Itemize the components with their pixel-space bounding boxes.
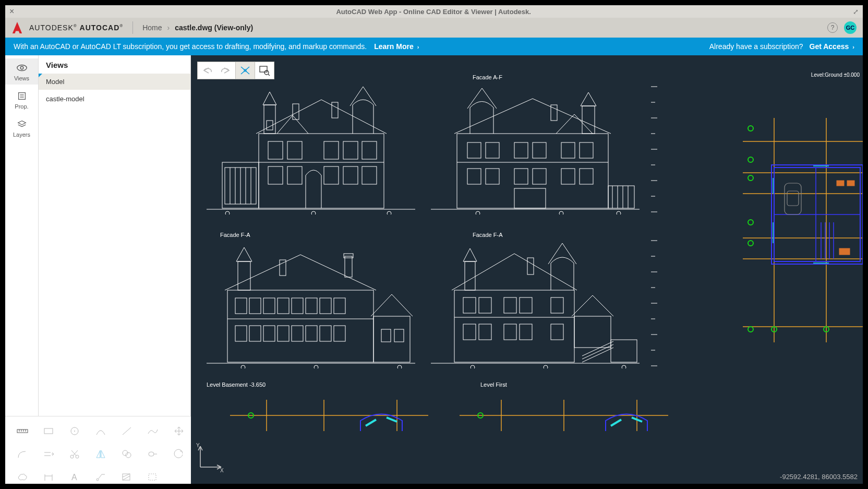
view-item[interactable]: castle-model bbox=[46, 95, 183, 103]
svg-rect-116 bbox=[334, 326, 345, 341]
trim-tool[interactable] bbox=[63, 444, 87, 464]
label-facade-fa-right: Facade F-A bbox=[473, 232, 502, 238]
svg-rect-50 bbox=[264, 105, 275, 134]
svg-rect-53 bbox=[332, 102, 338, 118]
hatch-tool[interactable] bbox=[115, 467, 139, 487]
redo-button[interactable] bbox=[216, 62, 235, 79]
app-header: AUTODESK® AUTOCAD® Home › castle.dwg (Vi… bbox=[5, 18, 863, 38]
chevron-right-icon: › bbox=[167, 23, 170, 32]
undo-button[interactable] bbox=[198, 62, 216, 79]
breadcrumb-home[interactable]: Home bbox=[142, 23, 162, 32]
svg-rect-126 bbox=[527, 258, 534, 275]
svg-rect-74 bbox=[486, 142, 499, 158]
svg-rect-59 bbox=[268, 166, 283, 184]
circle-tool[interactable] bbox=[63, 421, 87, 442]
svg-point-65 bbox=[225, 211, 230, 214]
svg-rect-133 bbox=[463, 324, 476, 340]
drawing-canvas[interactable]: Facade A-F Facade F-A Facade F-A Level B… bbox=[191, 55, 863, 484]
panel-title: Views bbox=[39, 55, 190, 74]
svg-rect-57 bbox=[343, 141, 358, 159]
svg-text:X: X bbox=[220, 468, 224, 473]
svg-rect-77 bbox=[561, 142, 575, 158]
svg-rect-54 bbox=[268, 141, 283, 159]
svg-point-172 bbox=[748, 220, 753, 225]
dim-tool[interactable] bbox=[37, 467, 61, 487]
expand-icon[interactable]: ⤢ bbox=[849, 8, 863, 16]
svg-rect-112 bbox=[278, 326, 289, 341]
svg-line-15 bbox=[123, 427, 131, 435]
svg-rect-129 bbox=[479, 297, 491, 313]
svg-point-141 bbox=[544, 365, 548, 368]
svg-rect-191 bbox=[837, 181, 844, 186]
layer-tool[interactable] bbox=[141, 467, 165, 487]
osnap-button[interactable] bbox=[236, 62, 255, 79]
measure-tool[interactable] bbox=[10, 421, 34, 442]
svg-line-205 bbox=[387, 418, 397, 422]
close-icon[interactable]: × bbox=[5, 7, 18, 16]
svg-rect-63 bbox=[362, 166, 377, 184]
rectangle-tool[interactable] bbox=[37, 421, 61, 442]
svg-rect-108 bbox=[334, 298, 345, 314]
stretch-tool[interactable] bbox=[141, 444, 165, 464]
svg-rect-119 bbox=[394, 329, 404, 342]
polyline-tool[interactable] bbox=[141, 421, 165, 442]
svg-rect-99 bbox=[344, 254, 353, 258]
rotate-tool[interactable] bbox=[167, 444, 191, 464]
fillet-tool[interactable] bbox=[10, 444, 34, 464]
line-tool[interactable] bbox=[115, 421, 139, 442]
svg-rect-114 bbox=[306, 326, 317, 341]
leader-tool[interactable] bbox=[89, 467, 113, 487]
rail-properties[interactable]: Prop. bbox=[5, 87, 38, 113]
help-icon[interactable]: ? bbox=[827, 22, 838, 33]
arc-tool[interactable] bbox=[89, 421, 113, 442]
offset-tool[interactable] bbox=[37, 444, 61, 464]
svg-rect-118 bbox=[381, 329, 391, 342]
svg-rect-104 bbox=[278, 298, 289, 314]
svg-rect-105 bbox=[292, 298, 303, 314]
rail-views[interactable]: Views bbox=[5, 58, 38, 85]
svg-line-40 bbox=[268, 74, 270, 76]
svg-rect-193 bbox=[839, 248, 850, 255]
svg-rect-98 bbox=[345, 256, 352, 277]
svg-point-173 bbox=[748, 241, 753, 246]
svg-point-67 bbox=[387, 211, 391, 214]
svg-rect-78 bbox=[580, 142, 593, 158]
copy-tool[interactable] bbox=[115, 444, 139, 464]
svg-text:A: A bbox=[71, 473, 77, 482]
banner-already: Already have a subscription? bbox=[709, 42, 803, 51]
drawing-tools: A bbox=[5, 416, 191, 484]
revcloud-tool[interactable] bbox=[10, 467, 34, 487]
svg-rect-117 bbox=[373, 316, 410, 362]
svg-rect-34 bbox=[149, 474, 156, 480]
svg-rect-12 bbox=[44, 428, 53, 434]
label-level-first: Level First bbox=[480, 381, 507, 388]
text-tool[interactable]: A bbox=[63, 467, 87, 487]
scale-marks bbox=[645, 84, 660, 371]
svg-rect-82 bbox=[533, 169, 546, 184]
move-tool[interactable] bbox=[167, 421, 191, 442]
rail-layers[interactable]: Layers bbox=[5, 115, 38, 141]
bottom-plans bbox=[230, 395, 668, 431]
label-facade-af: Facade A-F bbox=[473, 74, 502, 80]
facade-bottom-left bbox=[201, 238, 420, 368]
svg-point-171 bbox=[748, 175, 753, 181]
mirror-tool[interactable] bbox=[89, 444, 113, 464]
svg-rect-103 bbox=[263, 298, 275, 314]
svg-rect-113 bbox=[292, 326, 303, 341]
facade-top-right bbox=[426, 84, 645, 214]
svg-rect-115 bbox=[320, 326, 331, 341]
svg-rect-83 bbox=[561, 169, 575, 184]
panel-tab-model[interactable]: Model bbox=[39, 74, 190, 90]
zoom-window-button[interactable] bbox=[255, 62, 274, 79]
avatar[interactable]: GC bbox=[844, 21, 857, 34]
svg-point-1 bbox=[20, 66, 23, 69]
svg-rect-60 bbox=[287, 166, 302, 184]
svg-rect-81 bbox=[514, 169, 528, 184]
learn-more-link[interactable]: Learn More › bbox=[374, 42, 419, 51]
window-titlebar: × AutoCAD Web App - Online CAD Editor & … bbox=[5, 5, 863, 18]
svg-rect-85 bbox=[514, 188, 546, 208]
svg-rect-110 bbox=[249, 326, 261, 341]
svg-rect-111 bbox=[263, 326, 275, 341]
get-access-link[interactable]: Get Access › bbox=[810, 42, 854, 51]
svg-rect-192 bbox=[847, 181, 854, 186]
